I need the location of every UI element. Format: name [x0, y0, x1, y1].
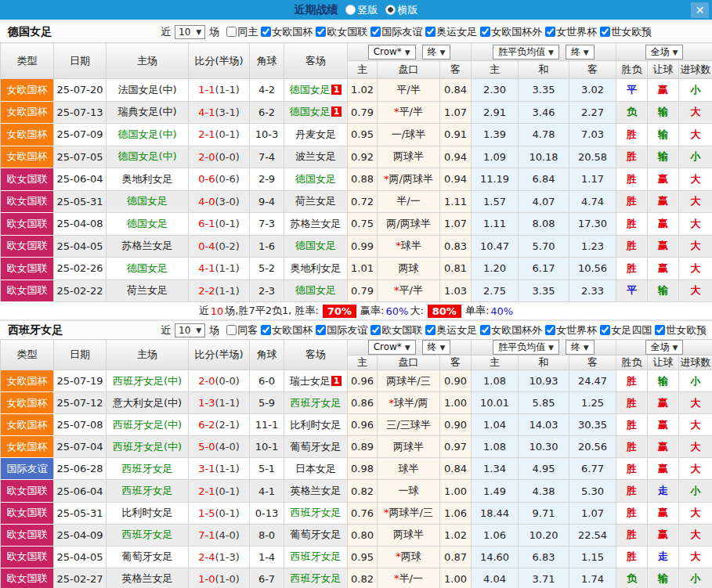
- away-team-name: 葡萄牙女足: [291, 528, 342, 540]
- competition-checkbox[interactable]: 世女欧预: [598, 25, 652, 39]
- odds-final-dropdown[interactable]: 终 ▼: [422, 45, 451, 60]
- match-row: 欧女国联 25-06-04 奥地利女足 0-6(0-6) 2-9 德国女足 0.…: [1, 168, 712, 191]
- result-wdl: 平: [616, 280, 648, 302]
- layout-radio-vertical[interactable]: [345, 5, 356, 15]
- competition-checkbox[interactable]: 欧女国联: [314, 25, 367, 39]
- away-team-name: 西班牙女足: [291, 550, 342, 562]
- checkbox-input[interactable]: [425, 27, 436, 37]
- competition-checkbox[interactable]: 国际友谊: [369, 25, 422, 39]
- score-cell: 2-4(1-3): [189, 546, 250, 568]
- competition-checkbox[interactable]: 奥运女足: [424, 323, 477, 337]
- checkbox-input[interactable]: [261, 27, 271, 37]
- avg-away-odds: 22.54: [569, 524, 616, 546]
- competition-checkbox[interactable]: 女欧国杯外: [479, 25, 542, 39]
- competition-checkbox[interactable]: 国际友谊: [314, 323, 367, 337]
- result-goals: 大: [679, 258, 712, 280]
- result-goals: 小: [679, 79, 712, 102]
- competition-checkbox[interactable]: 世女欧预: [653, 323, 707, 337]
- checkbox-input[interactable]: [316, 325, 326, 335]
- result-wdl: 胜: [616, 124, 648, 146]
- home-team-name: 西班牙女足: [122, 485, 173, 496]
- checkbox-input[interactable]: [370, 325, 381, 335]
- corners-cell: 4-1: [250, 480, 284, 502]
- wdl-average-dropdown[interactable]: 胜平负均值 ▼: [493, 45, 559, 60]
- half-time-score: (0-6): [215, 173, 239, 185]
- competition-checkbox[interactable]: 女足四国: [598, 323, 652, 337]
- star-marker: *: [389, 397, 395, 409]
- result-handicap: 输: [648, 146, 679, 168]
- checkbox-input[interactable]: [545, 325, 555, 335]
- half-time-score: (1-1): [215, 262, 239, 274]
- full-match-dropdown[interactable]: 全场 ▼: [645, 45, 684, 60]
- col-header-corner: 角球: [250, 340, 284, 370]
- col-header-avg-home: 主: [472, 355, 519, 370]
- col-header-score: 比分(半场): [189, 43, 250, 79]
- handicap-line: 一/球半: [378, 124, 440, 146]
- away-team-cell: 德国女足1: [284, 79, 348, 102]
- result-handicap: 赢: [648, 213, 679, 236]
- full-match-dropdown[interactable]: 全场 ▼: [645, 340, 684, 355]
- away-team-cell: 英格兰女足: [284, 480, 348, 502]
- competition-checkbox[interactable]: 欧女国联: [369, 323, 422, 337]
- wdl-average-dropdown[interactable]: 胜平负均值 ▼: [493, 340, 559, 355]
- competition-label: 女欧国杯外: [491, 25, 542, 39]
- avg-final-dropdown[interactable]: 终 ▼: [566, 340, 595, 355]
- summary-games-count: 10: [211, 305, 224, 317]
- half-time-score: (0-1): [215, 485, 239, 497]
- games-count-select[interactable]: 10 ▼: [175, 25, 205, 39]
- away-team-name: 苏格兰女足: [291, 218, 342, 229]
- checkbox-input[interactable]: [545, 27, 555, 37]
- match-date: 25-07-09: [54, 124, 107, 146]
- away-odds: 0.84: [440, 458, 472, 480]
- result-goals: 大: [679, 524, 712, 546]
- checkbox-input[interactable]: [600, 325, 610, 335]
- avg-final-dropdown[interactable]: 终 ▼: [566, 45, 595, 60]
- match-row: 欧女国联 25-06-04 西班牙女足 2-1(0-1) 4-1 英格兰女足 0…: [1, 480, 712, 502]
- checkbox-input[interactable]: [370, 27, 381, 37]
- win-rate-badge: 70%: [323, 305, 356, 318]
- competition-badge: 欧女国联: [1, 235, 54, 258]
- away-team-cell: 日本女足: [284, 458, 348, 480]
- checkbox-input[interactable]: [655, 325, 665, 335]
- col-header-type: 类型: [1, 43, 54, 79]
- match-row: 欧女国联 25-02-22 荷兰女足 2-2(1-1) 2-3 德国女足 0.7…: [1, 280, 712, 302]
- filter-bar: 西班牙女足 近 10 ▼ 场 同客 女欧国杯国际友谊欧女国联奥运女足女欧国杯外女…: [0, 320, 712, 339]
- checkbox-input[interactable]: [480, 27, 490, 37]
- same-venue-checkbox[interactable]: 同主: [225, 25, 258, 39]
- competition-checkbox[interactable]: 女欧国杯: [259, 25, 313, 39]
- competition-checkbox[interactable]: 女世界杯: [544, 25, 597, 39]
- competition-checkbox[interactable]: 奥运女足: [424, 25, 477, 39]
- avg-draw-odds: 4.78: [519, 124, 569, 146]
- same-venue-checkbox[interactable]: 同客: [225, 323, 258, 337]
- odds-final-dropdown[interactable]: 终 ▼: [422, 340, 451, 355]
- home-odds: 1.02: [348, 79, 378, 102]
- checkbox-input[interactable]: [226, 325, 237, 335]
- close-button[interactable]: ✕: [691, 2, 709, 18]
- handicap-line: 两/两球半: [378, 213, 440, 236]
- odds-source-dropdown[interactable]: Crow* ▼: [368, 340, 416, 355]
- competition-checkbox[interactable]: 女欧国杯: [259, 323, 313, 337]
- summary-text: 赢率:: [360, 304, 384, 318]
- chevron-down-icon: ▼: [672, 49, 678, 56]
- checkbox-input[interactable]: [425, 325, 436, 335]
- layout-radio-label: 竖版: [358, 3, 378, 17]
- checkbox-input[interactable]: [226, 27, 237, 37]
- match-row: 女欧国杯 25-07-09 德国女足(中) 2-1(0-1) 10-3 丹麦女足…: [1, 124, 712, 146]
- odds-source-dropdown[interactable]: Crow* ▼: [368, 45, 416, 60]
- result-wdl: 胜: [616, 168, 648, 191]
- competition-checkbox[interactable]: 女世界杯: [544, 323, 597, 337]
- checkbox-input[interactable]: [316, 27, 326, 37]
- corners-cell: 9-4: [250, 190, 284, 213]
- col-header-avg-draw: 和: [519, 355, 569, 370]
- competition-checkbox[interactable]: 女欧国杯外: [479, 323, 542, 337]
- checkbox-input[interactable]: [261, 325, 271, 335]
- chevron-down-icon: ▼: [548, 49, 554, 56]
- checkbox-input[interactable]: [480, 325, 490, 335]
- team-name-heading: 德国女足: [0, 25, 161, 39]
- half-time-score: (1-1): [215, 397, 239, 409]
- games-count-select[interactable]: 10 ▼: [175, 323, 205, 337]
- home-team-name: 德国女足(中): [117, 150, 176, 162]
- layout-radio-horizontal[interactable]: [385, 5, 396, 15]
- checkbox-input[interactable]: [600, 27, 610, 37]
- competition-badge: 欧女国联: [1, 213, 54, 236]
